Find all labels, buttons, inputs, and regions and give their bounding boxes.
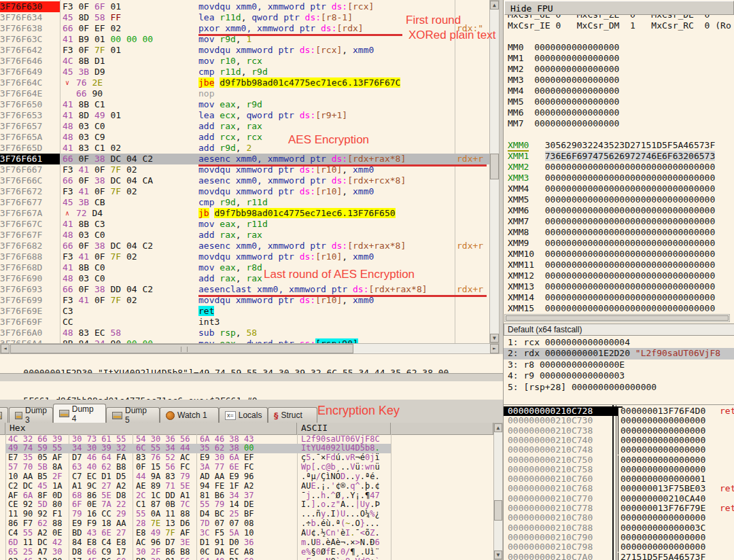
disasm-row[interactable]: 13F76F6A048 83 EC 58sub rsp, 58 bbox=[0, 328, 489, 338]
xmm-register-row[interactable]: XMM1 736E6F697475626972746E6F63206573 bbox=[508, 151, 715, 162]
dump-row[interactable]: 10 AA B5 2FC7 EC D1 D544 9A 83 79AD AA E… bbox=[0, 472, 493, 482]
stack-row[interactable]: 000000000210C7400000000000000000 bbox=[504, 436, 734, 445]
address-cell[interactable]: 13F76F66C bbox=[0, 175, 60, 186]
address-cell[interactable]: 13F76F6A4 bbox=[0, 338, 60, 343]
disasm-row[interactable]: 13F76F67C41 8B C3mov eax, r11d bbox=[0, 219, 489, 230]
address-cell[interactable]: 13F76F672 bbox=[0, 186, 60, 197]
scroll-thumb[interactable] bbox=[490, 154, 499, 179]
xmm-register-row[interactable]: XMM6 00000000000000000000000000000000 bbox=[508, 205, 715, 216]
address-cell[interactable]: 13F76F67C bbox=[0, 219, 60, 230]
stack-row[interactable]: 000000000210C788000000000000003C bbox=[504, 523, 734, 533]
disasm-row[interactable]: 13F76F642F3 0F 7F 01movdqu xmmword ptr d… bbox=[0, 45, 489, 56]
disasm-row[interactable]: 13F76F6A48B 84 24 90 00 00mov eax, dword… bbox=[0, 338, 489, 343]
address-cell[interactable]: 13F76F6A0 bbox=[0, 328, 60, 338]
address-cell[interactable]: 13F76F699 bbox=[0, 295, 60, 306]
dump-row[interactable]: AF 6A 8F 0D68 86 5E D82C 1C DD A181 B6 3… bbox=[0, 491, 493, 501]
address-cell[interactable]: 13F76F642 bbox=[0, 45, 60, 56]
dump-row[interactable]: E7 35 05 AFD7 46 64 FA83 76 52 ACE9 30 6… bbox=[0, 453, 493, 463]
disasm-vertical-scrollbar[interactable]: ▲ ▼ bbox=[489, 0, 500, 343]
calling-convention-select[interactable]: Default (x64 fastcall) bbox=[504, 323, 734, 336]
disasm-row[interactable]: 13F76F68266 0F 38 DC 04 C2aesenc xmm0, x… bbox=[0, 241, 489, 251]
disassembly-view[interactable]: 13F76F630F3 0F 6F 01movdqu xmm0, xmmword… bbox=[0, 0, 489, 343]
address-cell[interactable]: 13F76F667 bbox=[0, 164, 60, 175]
address-cell[interactable]: 13F76F638 bbox=[0, 23, 60, 34]
xmm-register-row[interactable]: XMM8 00000000000000000000000000000000 bbox=[508, 227, 715, 238]
scroll-up-icon[interactable]: ▲ bbox=[490, 1, 499, 10]
disasm-row[interactable]: 13F76F67A∧72 D4jb d9f7bb98ad01c4775ec71e… bbox=[0, 208, 489, 219]
callconv-arg-row[interactable]: 5: [rsp+28] 0000000000000000 bbox=[504, 382, 734, 393]
xmm-register-row[interactable]: XMM11 00000000000000000000000000000000 bbox=[508, 260, 715, 270]
stack-row[interactable]: 000000000210C728000000013F76F4D0ret bbox=[504, 406, 734, 416]
stack-row[interactable]: 000000000210C7580000000000000000 bbox=[504, 465, 734, 474]
address-cell[interactable]: 13F76F693 bbox=[0, 284, 60, 295]
address-cell[interactable]: 13F76F69E bbox=[0, 306, 60, 317]
disasm-row[interactable]: 13F76F65D41 83 C1 02add r9d, 2 bbox=[0, 143, 489, 154]
address-cell[interactable]: 13F76F646 bbox=[0, 56, 60, 67]
dump-row[interactable]: 03 46 13 8017 4E D6 60BB 38 01 5664 40 B… bbox=[0, 557, 493, 560]
scroll-right-icon[interactable]: ► bbox=[490, 344, 499, 353]
dump-row[interactable]: C4 55 A2 0EBD 43 6E 27E8 49 7F AF3C F5 5… bbox=[0, 529, 493, 538]
address-cell[interactable]: 13F76F630 bbox=[0, 1, 60, 12]
dump-row[interactable]: 11 90 92 F179 16 CC 2955 0A 11 88D4 BC 2… bbox=[0, 510, 493, 519]
xmm-register-row[interactable]: XMM4 00000000000000000000000000000000 bbox=[508, 183, 715, 194]
disasm-row[interactable]: 13F76F688F3 41 0F 7F 02movdqu xmmword pt… bbox=[0, 251, 489, 262]
xmm-register-row[interactable]: XMM12 00000000000000000000000000000000 bbox=[508, 270, 715, 281]
disasm-row[interactable]: 13F76F64E66 90nop bbox=[0, 88, 489, 99]
callconv-arg-row[interactable]: 1: rcx 0000000000000004 bbox=[504, 337, 734, 348]
xmm-register-row[interactable]: XMM0 305629032243523D27151D5F5A46573F bbox=[508, 140, 715, 151]
scroll-down-icon[interactable]: ▼ bbox=[490, 334, 499, 343]
disasm-row[interactable]: 13F76F630F3 0F 6F 01movdqu xmm0, xmmword… bbox=[0, 1, 489, 12]
stack-row[interactable]: 000000000210C7600000000000000001 bbox=[504, 474, 734, 484]
disasm-row[interactable]: 13F76F64C∨76 2Ejbe d9f7bb98ad01c4775ec71… bbox=[0, 77, 489, 88]
disasm-row[interactable]: 13F76F68D41 8B C0mov eax, r8d bbox=[0, 262, 489, 273]
address-cell[interactable]: 13F76F690 bbox=[0, 273, 60, 284]
disasm-row[interactable]: 13F76F66166 0F 38 DC 04 C2aesenc xmm0, x… bbox=[0, 154, 489, 164]
dump-row[interactable]: CE 92 5D 806F 0E 7A 22C1 87 0B 7C55 79 1… bbox=[0, 500, 493, 510]
scroll-up-icon[interactable]: ▲ bbox=[494, 423, 502, 432]
dump-vertical-scrollbar[interactable]: ▲ ▼ bbox=[493, 423, 503, 560]
dump-row[interactable]: C2 DC 45 1AA1 9C 27 A2AE 89 71 5E94 FE 1… bbox=[0, 482, 493, 491]
address-cell[interactable]: 13F76F649 bbox=[0, 67, 60, 77]
disasm-row[interactable]: 13F76F65041 8B C1mov eax, r9d bbox=[0, 99, 489, 110]
address-cell[interactable]: 13F76F64E bbox=[0, 88, 60, 99]
tab-dump-4[interactable]: Dump 4 bbox=[53, 404, 106, 423]
disasm-horizontal-scrollbar[interactable]: ◄ ► bbox=[0, 343, 500, 354]
mm-register-row[interactable]: MM3 0000000000000000 bbox=[508, 75, 619, 86]
disasm-row[interactable]: 13F76F69FCCint3 bbox=[0, 317, 489, 328]
xmm-register-row[interactable]: XMM7 00000000000000000000000000000000 bbox=[508, 216, 715, 227]
mm-register-row[interactable]: MM4 0000000000000000 bbox=[508, 86, 619, 97]
tab-partial[interactable] bbox=[0, 407, 8, 423]
stack-row[interactable]: 000000000210C7A027151D5F5A46573F bbox=[504, 553, 734, 560]
scroll-thumb[interactable] bbox=[10, 344, 353, 353]
address-cell[interactable]: 13F76F688 bbox=[0, 251, 60, 262]
address-cell[interactable]: 13F76F65A bbox=[0, 132, 60, 143]
disasm-row[interactable]: 13F76F67F48 03 C0add rax, rax bbox=[0, 230, 489, 241]
address-cell[interactable]: 13F76F650 bbox=[0, 99, 60, 110]
mm-register-row[interactable]: MM1 0000000000000000 bbox=[508, 53, 619, 64]
xmm-register-row[interactable]: XMM14 00000000000000000000000000000000 bbox=[508, 292, 715, 303]
tab-dump-5[interactable]: Dump 5 bbox=[106, 407, 160, 423]
mm-register-row[interactable]: MM6 0000000000000000 bbox=[508, 107, 619, 118]
callconv-arg-row[interactable]: 2: rdx 00000000001E2D20 "L2f90saUT06VjF8 bbox=[504, 348, 734, 359]
xmm-register-row[interactable]: XMM9 00000000000000000000000000000000 bbox=[508, 238, 715, 249]
disasm-row[interactable]: 13F76F69366 0F 38 DD 04 C2aesenclast xmm… bbox=[0, 284, 489, 295]
stack-view[interactable]: 000000000210C728000000013F76F4D0ret00000… bbox=[503, 404, 734, 560]
xmm-register-row[interactable]: XMM2 00000000000000000000000000000000 bbox=[508, 162, 715, 173]
stack-row[interactable]: 000000000210C778000000013F76F79Eret bbox=[504, 504, 734, 513]
address-cell[interactable]: 13F76F67F bbox=[0, 230, 60, 241]
tab-struct[interactable]: §Struct bbox=[268, 407, 317, 423]
disasm-row[interactable]: 13F76F65748 03 C0add rax, rax bbox=[0, 121, 489, 132]
mm-register-row[interactable]: MM2 0000000000000000 bbox=[508, 64, 619, 75]
address-cell[interactable]: 13F76F64C bbox=[0, 77, 60, 88]
callconv-arg-row[interactable]: 3: r8 000000000000000E bbox=[504, 360, 734, 370]
mm-register-row[interactable]: MM0 0000000000000000 bbox=[508, 42, 619, 53]
address-cell[interactable]: 13F76F65D bbox=[0, 143, 60, 154]
xmm-register-row[interactable]: XMM10 00000000000000000000000000000000 bbox=[508, 249, 715, 260]
address-cell[interactable]: 13F76F682 bbox=[0, 241, 60, 251]
xmm-register-row[interactable]: XMM15 00000000000000000000000000000000 bbox=[508, 303, 715, 314]
disasm-row[interactable]: 13F76F65A48 03 C9add rcx, rcx bbox=[0, 132, 489, 143]
disasm-row[interactable]: 13F76F64945 3B D9cmp r11d, r9d bbox=[0, 67, 489, 77]
mm-register-row[interactable]: MM7 0000000000000000 bbox=[508, 118, 619, 129]
disasm-row[interactable]: 13F76F69EC3ret bbox=[0, 306, 489, 317]
xmm-register-row[interactable]: XMM5 00000000000000000000000000000000 bbox=[508, 194, 715, 205]
